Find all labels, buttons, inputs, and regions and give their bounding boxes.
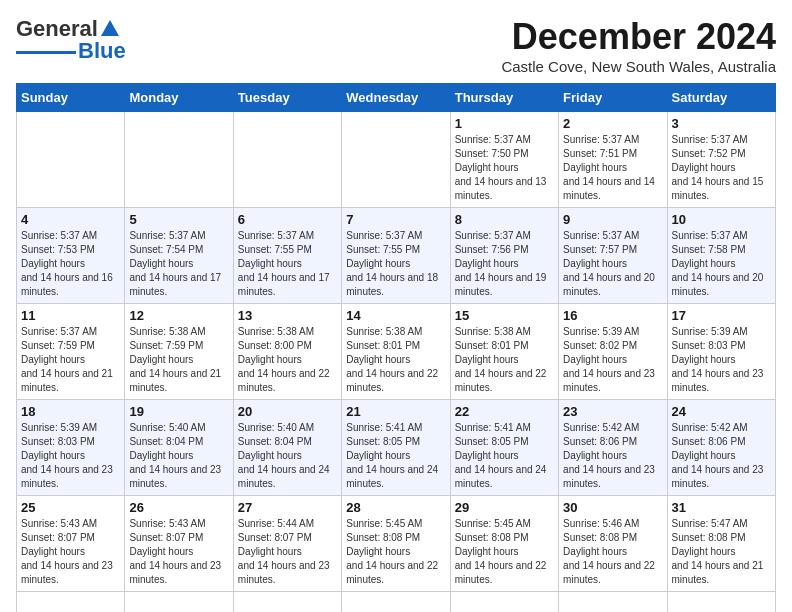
- table-row: 15 Sunrise: 5:38 AM Sunset: 8:01 PM Dayl…: [450, 304, 558, 400]
- day-number: 15: [455, 308, 554, 323]
- table-row: 23 Sunrise: 5:42 AM Sunset: 8:06 PM Dayl…: [559, 400, 667, 496]
- day-content: Sunrise: 5:37 AM Sunset: 7:57 PM Dayligh…: [563, 229, 662, 299]
- table-row: 26 Sunrise: 5:43 AM Sunset: 8:07 PM Dayl…: [125, 496, 233, 592]
- table-row: 2 Sunrise: 5:37 AM Sunset: 7:51 PM Dayli…: [559, 112, 667, 208]
- day-number: 14: [346, 308, 445, 323]
- table-row: 30 Sunrise: 5:46 AM Sunset: 8:08 PM Dayl…: [559, 496, 667, 592]
- table-row: [17, 592, 125, 613]
- calendar-week-6: [17, 592, 776, 613]
- day-content: Sunrise: 5:47 AM Sunset: 8:08 PM Dayligh…: [672, 517, 771, 587]
- day-content: Sunrise: 5:39 AM Sunset: 8:02 PM Dayligh…: [563, 325, 662, 395]
- day-content: Sunrise: 5:37 AM Sunset: 7:56 PM Dayligh…: [455, 229, 554, 299]
- col-friday: Friday: [559, 84, 667, 112]
- table-row: 6 Sunrise: 5:37 AM Sunset: 7:55 PM Dayli…: [233, 208, 341, 304]
- day-content: Sunrise: 5:37 AM Sunset: 7:55 PM Dayligh…: [238, 229, 337, 299]
- day-content: Sunrise: 5:43 AM Sunset: 8:07 PM Dayligh…: [129, 517, 228, 587]
- day-content: Sunrise: 5:37 AM Sunset: 7:52 PM Dayligh…: [672, 133, 771, 203]
- table-row: 27 Sunrise: 5:44 AM Sunset: 8:07 PM Dayl…: [233, 496, 341, 592]
- day-content: Sunrise: 5:37 AM Sunset: 7:53 PM Dayligh…: [21, 229, 120, 299]
- day-content: Sunrise: 5:42 AM Sunset: 8:06 PM Dayligh…: [672, 421, 771, 491]
- table-row: 21 Sunrise: 5:41 AM Sunset: 8:05 PM Dayl…: [342, 400, 450, 496]
- day-number: 22: [455, 404, 554, 419]
- day-content: Sunrise: 5:40 AM Sunset: 8:04 PM Dayligh…: [238, 421, 337, 491]
- table-row: 19 Sunrise: 5:40 AM Sunset: 8:04 PM Dayl…: [125, 400, 233, 496]
- table-row: [667, 592, 775, 613]
- day-number: 30: [563, 500, 662, 515]
- table-row: [559, 592, 667, 613]
- day-number: 28: [346, 500, 445, 515]
- day-number: 19: [129, 404, 228, 419]
- table-row: 1 Sunrise: 5:37 AM Sunset: 7:50 PM Dayli…: [450, 112, 558, 208]
- table-row: [17, 112, 125, 208]
- day-number: 13: [238, 308, 337, 323]
- day-number: 20: [238, 404, 337, 419]
- col-tuesday: Tuesday: [233, 84, 341, 112]
- day-number: 6: [238, 212, 337, 227]
- day-number: 7: [346, 212, 445, 227]
- day-content: Sunrise: 5:39 AM Sunset: 8:03 PM Dayligh…: [21, 421, 120, 491]
- table-row: 22 Sunrise: 5:41 AM Sunset: 8:05 PM Dayl…: [450, 400, 558, 496]
- day-content: Sunrise: 5:37 AM Sunset: 7:58 PM Dayligh…: [672, 229, 771, 299]
- calendar-week-2: 4 Sunrise: 5:37 AM Sunset: 7:53 PM Dayli…: [17, 208, 776, 304]
- day-content: Sunrise: 5:44 AM Sunset: 8:07 PM Dayligh…: [238, 517, 337, 587]
- day-number: 4: [21, 212, 120, 227]
- table-row: 14 Sunrise: 5:38 AM Sunset: 8:01 PM Dayl…: [342, 304, 450, 400]
- table-row: 31 Sunrise: 5:47 AM Sunset: 8:08 PM Dayl…: [667, 496, 775, 592]
- table-row: 24 Sunrise: 5:42 AM Sunset: 8:06 PM Dayl…: [667, 400, 775, 496]
- table-row: 12 Sunrise: 5:38 AM Sunset: 7:59 PM Dayl…: [125, 304, 233, 400]
- day-number: 16: [563, 308, 662, 323]
- day-content: Sunrise: 5:37 AM Sunset: 7:59 PM Dayligh…: [21, 325, 120, 395]
- day-number: 10: [672, 212, 771, 227]
- day-content: Sunrise: 5:38 AM Sunset: 8:01 PM Dayligh…: [346, 325, 445, 395]
- day-content: Sunrise: 5:37 AM Sunset: 7:50 PM Dayligh…: [455, 133, 554, 203]
- day-number: 31: [672, 500, 771, 515]
- table-row: [450, 592, 558, 613]
- day-content: Sunrise: 5:41 AM Sunset: 8:05 PM Dayligh…: [455, 421, 554, 491]
- day-number: 24: [672, 404, 771, 419]
- calendar-table: Sunday Monday Tuesday Wednesday Thursday…: [16, 83, 776, 612]
- location-title: Castle Cove, New South Wales, Australia: [501, 58, 776, 75]
- calendar-week-1: 1 Sunrise: 5:37 AM Sunset: 7:50 PM Dayli…: [17, 112, 776, 208]
- table-row: 11 Sunrise: 5:37 AM Sunset: 7:59 PM Dayl…: [17, 304, 125, 400]
- day-number: 3: [672, 116, 771, 131]
- table-row: 28 Sunrise: 5:45 AM Sunset: 8:08 PM Dayl…: [342, 496, 450, 592]
- table-row: [125, 592, 233, 613]
- day-content: Sunrise: 5:38 AM Sunset: 7:59 PM Dayligh…: [129, 325, 228, 395]
- day-number: 21: [346, 404, 445, 419]
- col-thursday: Thursday: [450, 84, 558, 112]
- day-number: 29: [455, 500, 554, 515]
- table-row: 20 Sunrise: 5:40 AM Sunset: 8:04 PM Dayl…: [233, 400, 341, 496]
- day-number: 18: [21, 404, 120, 419]
- day-content: Sunrise: 5:37 AM Sunset: 7:51 PM Dayligh…: [563, 133, 662, 203]
- day-content: Sunrise: 5:38 AM Sunset: 8:00 PM Dayligh…: [238, 325, 337, 395]
- table-row: [342, 592, 450, 613]
- col-saturday: Saturday: [667, 84, 775, 112]
- day-content: Sunrise: 5:40 AM Sunset: 8:04 PM Dayligh…: [129, 421, 228, 491]
- calendar-week-5: 25 Sunrise: 5:43 AM Sunset: 8:07 PM Dayl…: [17, 496, 776, 592]
- table-row: 9 Sunrise: 5:37 AM Sunset: 7:57 PM Dayli…: [559, 208, 667, 304]
- header: General Blue December 2024 Castle Cove, …: [16, 16, 776, 75]
- day-content: Sunrise: 5:43 AM Sunset: 8:07 PM Dayligh…: [21, 517, 120, 587]
- day-content: Sunrise: 5:37 AM Sunset: 7:55 PM Dayligh…: [346, 229, 445, 299]
- col-wednesday: Wednesday: [342, 84, 450, 112]
- table-row: 17 Sunrise: 5:39 AM Sunset: 8:03 PM Dayl…: [667, 304, 775, 400]
- table-row: [233, 592, 341, 613]
- day-content: Sunrise: 5:38 AM Sunset: 8:01 PM Dayligh…: [455, 325, 554, 395]
- table-row: 10 Sunrise: 5:37 AM Sunset: 7:58 PM Dayl…: [667, 208, 775, 304]
- calendar-week-3: 11 Sunrise: 5:37 AM Sunset: 7:59 PM Dayl…: [17, 304, 776, 400]
- day-content: Sunrise: 5:46 AM Sunset: 8:08 PM Dayligh…: [563, 517, 662, 587]
- table-row: 3 Sunrise: 5:37 AM Sunset: 7:52 PM Dayli…: [667, 112, 775, 208]
- day-number: 5: [129, 212, 228, 227]
- day-number: 27: [238, 500, 337, 515]
- table-row: 25 Sunrise: 5:43 AM Sunset: 8:07 PM Dayl…: [17, 496, 125, 592]
- logo: General Blue: [16, 16, 126, 64]
- day-number: 2: [563, 116, 662, 131]
- col-sunday: Sunday: [17, 84, 125, 112]
- day-content: Sunrise: 5:45 AM Sunset: 8:08 PM Dayligh…: [346, 517, 445, 587]
- title-area: December 2024 Castle Cove, New South Wal…: [501, 16, 776, 75]
- table-row: 16 Sunrise: 5:39 AM Sunset: 8:02 PM Dayl…: [559, 304, 667, 400]
- calendar-week-4: 18 Sunrise: 5:39 AM Sunset: 8:03 PM Dayl…: [17, 400, 776, 496]
- day-number: 8: [455, 212, 554, 227]
- day-number: 12: [129, 308, 228, 323]
- table-row: 7 Sunrise: 5:37 AM Sunset: 7:55 PM Dayli…: [342, 208, 450, 304]
